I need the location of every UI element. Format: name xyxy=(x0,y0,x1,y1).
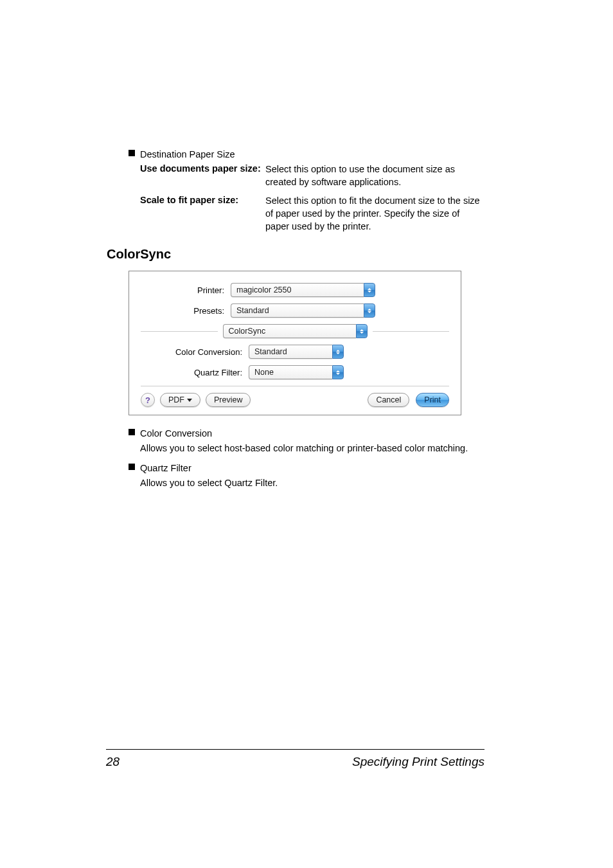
cancel-button[interactable]: Cancel xyxy=(368,393,409,407)
dialog-footer: ? PDF Preview Cancel Print xyxy=(141,393,449,407)
print-dialog: Printer: magicolor 2550 Presets: Standar… xyxy=(129,271,461,415)
pdf-button[interactable]: PDF xyxy=(160,393,200,407)
square-bullet-icon xyxy=(129,429,135,435)
definition-row-1: Use documents paper size: Select this op… xyxy=(140,163,485,188)
select-presets-value: Standard xyxy=(231,303,364,318)
definition-heading: Destination Paper Size xyxy=(140,148,235,161)
row-printer: Printer: magicolor 2550 xyxy=(141,283,449,297)
label-presets: Presets: xyxy=(141,306,231,316)
chevron-updown-icon xyxy=(364,283,375,297)
label-color-conversion: Color Conversion: xyxy=(141,347,249,357)
chevron-updown-icon xyxy=(364,303,375,318)
page-number: 28 xyxy=(106,755,120,769)
bullet-destination-paper-size: Destination Paper Size xyxy=(129,148,485,161)
below-desc-1: Allows you to select host-based color ma… xyxy=(140,442,485,455)
select-pane[interactable]: ColorSync xyxy=(223,324,368,338)
chevron-updown-icon xyxy=(332,345,344,359)
square-bullet-icon xyxy=(129,464,135,470)
pdf-button-label: PDF xyxy=(168,395,184,404)
below-title-2: Quartz Filter xyxy=(140,462,191,475)
bullet-quartz-filter: Quartz Filter xyxy=(129,462,485,475)
definition-term-2: Scale to fit paper size: xyxy=(140,195,265,205)
below-desc-2: Allows you to select Quartz Filter. xyxy=(140,477,485,490)
triangle-down-icon xyxy=(187,399,192,402)
footer-title: Specifying Print Settings xyxy=(352,755,484,769)
select-pane-value: ColorSync xyxy=(223,324,356,338)
select-quartz-filter-value: None xyxy=(249,365,332,379)
print-button[interactable]: Print xyxy=(416,393,449,407)
row-color-conversion: Color Conversion: Standard xyxy=(141,345,449,359)
square-bullet-icon xyxy=(129,150,135,156)
section-heading-colorsync: ColorSync xyxy=(107,247,485,262)
row-quartz-filter: Quartz Filter: None xyxy=(141,365,449,379)
select-color-conversion[interactable]: Standard xyxy=(249,345,344,359)
page-footer: 28 Specifying Print Settings xyxy=(106,749,484,769)
row-presets: Presets: Standard xyxy=(141,303,449,318)
help-button[interactable]: ? xyxy=(141,393,155,407)
definition-desc-1: Select this option to use the document s… xyxy=(265,163,485,188)
select-quartz-filter[interactable]: None xyxy=(249,365,344,379)
definition-desc-2: Select this option to fit the document s… xyxy=(265,195,485,233)
chevron-updown-icon xyxy=(356,324,368,338)
label-quartz-filter: Quartz Filter: xyxy=(141,368,249,377)
chevron-updown-icon xyxy=(332,365,344,379)
divider xyxy=(141,386,449,386)
below-title-1: Color Conversion xyxy=(140,427,212,440)
label-printer: Printer: xyxy=(141,285,231,295)
preview-button[interactable]: Preview xyxy=(206,393,251,407)
select-presets[interactable]: Standard xyxy=(231,303,375,318)
select-printer-value: magicolor 2550 xyxy=(231,283,364,297)
bullet-color-conversion: Color Conversion xyxy=(129,427,485,440)
pane-row: ColorSync xyxy=(141,324,449,338)
select-color-conversion-value: Standard xyxy=(249,345,332,359)
footer-rule xyxy=(106,749,484,750)
select-printer[interactable]: magicolor 2550 xyxy=(231,283,375,297)
definition-row-2: Scale to fit paper size: Select this opt… xyxy=(140,195,485,233)
definition-term-1: Use documents paper size: xyxy=(140,163,265,174)
